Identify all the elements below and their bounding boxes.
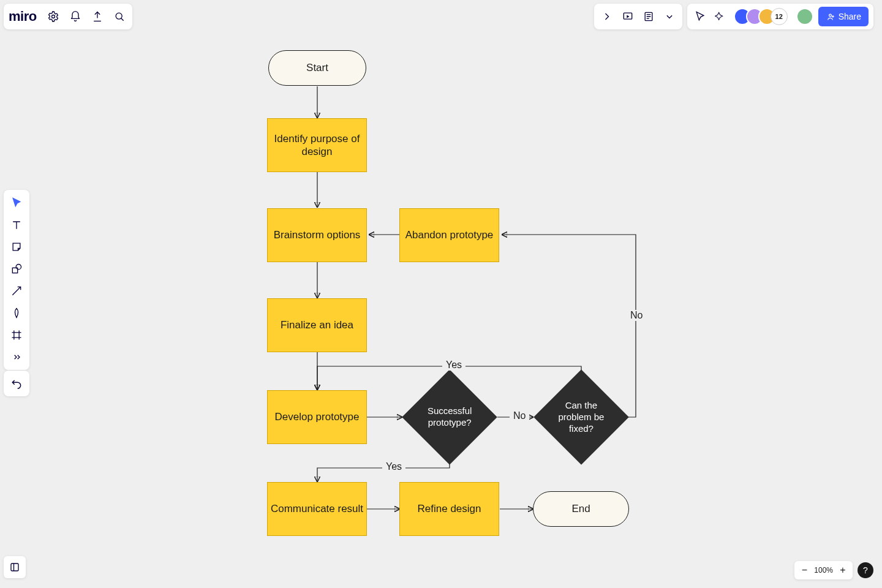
canvas[interactable]: Start Identify purpose of design Brainst… — [0, 0, 882, 588]
node-brainstorm[interactable]: Brainstorm options — [267, 208, 367, 262]
node-successful-q[interactable]: Successful prototype? — [402, 369, 497, 465]
node-develop[interactable]: Develop prototype — [267, 390, 367, 444]
node-label: End — [571, 502, 590, 515]
node-label: Identify purpose of design — [268, 132, 366, 159]
node-label: Can the problem be fixed? — [548, 400, 615, 434]
node-finalize[interactable]: Finalize an idea — [267, 298, 367, 352]
node-end[interactable]: End — [533, 491, 629, 527]
node-abandon[interactable]: Abandon prototype — [399, 208, 499, 262]
node-fix-q[interactable]: Can the problem be fixed? — [533, 369, 629, 465]
node-label: Refine design — [418, 502, 481, 515]
node-label: Successful prototype? — [416, 405, 483, 429]
node-label: Communicate result — [271, 502, 363, 515]
node-label: Brainstorm options — [274, 228, 361, 241]
edge-label-no: No — [510, 410, 529, 421]
node-communicate[interactable]: Communicate result — [267, 482, 367, 536]
edge-label-yes: Yes — [382, 461, 405, 472]
node-refine[interactable]: Refine design — [399, 482, 499, 536]
edge-label-yes: Yes — [442, 360, 466, 371]
node-label: Finalize an idea — [281, 318, 353, 331]
node-label: Abandon prototype — [405, 228, 494, 241]
node-label: Develop prototype — [275, 410, 360, 423]
node-identify[interactable]: Identify purpose of design — [267, 118, 367, 172]
node-start[interactable]: Start — [268, 50, 366, 86]
edge-label-no: No — [627, 310, 646, 321]
node-label: Start — [306, 61, 328, 74]
